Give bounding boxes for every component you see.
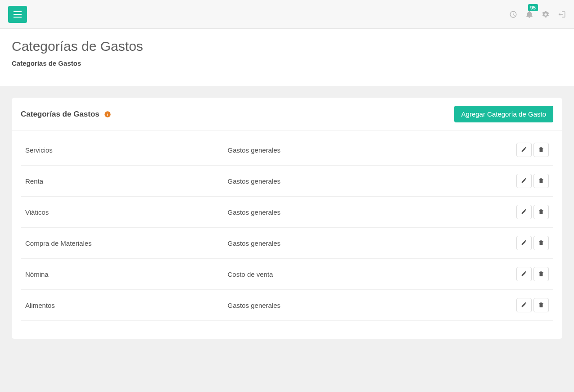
category-type: Gastos generales [223,197,495,228]
category-name: Viáticos [21,197,223,228]
edit-button[interactable] [516,174,532,188]
settings-button[interactable] [542,10,550,18]
panel-title: Categorías de Gastos [21,110,111,119]
menu-toggle-button[interactable] [8,6,27,23]
delete-button[interactable] [533,298,549,312]
trash-icon [538,177,544,185]
edit-button[interactable] [516,236,532,250]
breadcrumb: Categorías de Gastos [12,59,562,67]
trash-icon [538,270,544,278]
row-actions [495,166,553,197]
table-row: NóminaCosto de venta [21,259,553,290]
edit-button[interactable] [516,298,532,312]
table-row: ServiciosGastos generales [21,135,553,166]
svg-rect-2 [14,17,22,18]
category-name: Servicios [21,135,223,166]
add-category-button[interactable]: Agregar Categoría de Gasto [454,106,553,122]
row-actions [495,228,553,259]
table-row: RentaGastos generales [21,166,553,197]
page-header: Categorías de Gastos Categorías de Gasto… [0,29,574,86]
info-icon[interactable] [104,111,111,118]
category-type: Gastos generales [223,228,495,259]
topbar-right: 95 [509,10,566,18]
svg-rect-0 [14,11,22,12]
category-type: Gastos generales [223,166,495,197]
delete-button[interactable] [533,143,549,157]
trash-icon [538,208,544,216]
page-title: Categorías de Gastos [12,39,562,54]
hamburger-icon [14,11,22,18]
delete-button[interactable] [533,267,549,281]
pencil-icon [521,270,527,278]
category-type: Gastos generales [223,290,495,321]
pencil-icon [521,302,527,309]
pencil-icon [521,146,527,154]
bell-icon [525,10,533,18]
edit-button[interactable] [516,267,532,281]
notification-badge: 95 [528,4,538,11]
clock-icon [509,10,517,18]
row-actions [495,290,553,321]
table-row: ViáticosGastos generales [21,197,553,228]
panel-header: Categorías de Gastos Agregar Categoría d… [12,98,562,131]
table-row: AlimentosGastos generales [21,290,553,321]
trash-icon [538,146,544,154]
logout-button[interactable] [558,10,566,18]
table-row: Compra de MaterialesGastos generales [21,228,553,259]
row-actions [495,197,553,228]
pencil-icon [521,177,527,185]
trash-icon [538,302,544,309]
row-actions [495,259,553,290]
category-name: Nómina [21,259,223,290]
category-type: Gastos generales [223,135,495,166]
edit-button[interactable] [516,143,532,157]
pencil-icon [521,208,527,216]
panel-title-text: Categorías de Gastos [21,110,99,119]
panel: Categorías de Gastos Agregar Categoría d… [12,98,562,339]
categories-table: ServiciosGastos generalesRentaGastos gen… [21,135,553,321]
delete-button[interactable] [533,205,549,219]
topbar: 95 [0,0,574,29]
category-name: Compra de Materiales [21,228,223,259]
svg-rect-1 [14,14,22,15]
edit-button[interactable] [516,205,532,219]
delete-button[interactable] [533,236,549,250]
clock-button[interactable] [509,10,517,18]
content: Categorías de Gastos Agregar Categoría d… [0,86,574,351]
trash-icon [538,239,544,247]
category-name: Renta [21,166,223,197]
delete-button[interactable] [533,174,549,188]
logout-icon [558,10,566,18]
category-type: Costo de venta [223,259,495,290]
notifications-button[interactable]: 95 [525,10,533,18]
panel-body: ServiciosGastos generalesRentaGastos gen… [12,131,562,339]
row-actions [495,135,553,166]
pencil-icon [521,239,527,247]
gear-icon [542,10,550,18]
category-name: Alimentos [21,290,223,321]
